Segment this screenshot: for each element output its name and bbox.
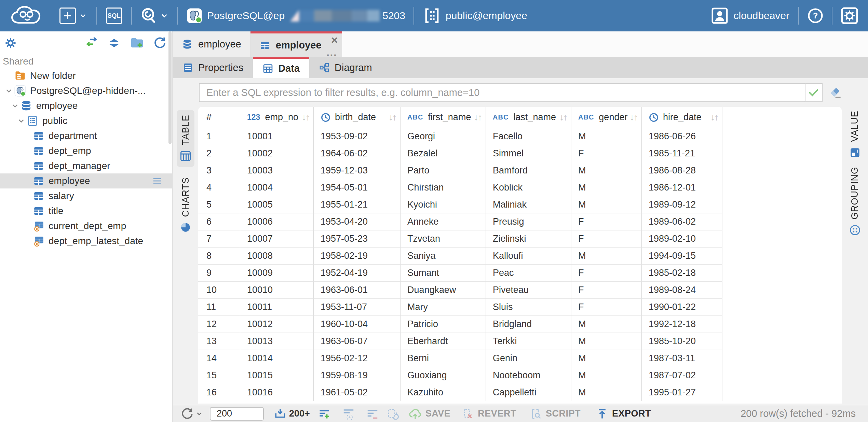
cell-first-name[interactable]: Anneke — [401, 213, 486, 230]
new-object-button[interactable] — [59, 8, 87, 24]
cell-hire-date[interactable]: 1989-02-10 — [642, 230, 722, 248]
delete-row-button[interactable] — [366, 407, 379, 420]
cell-first-name[interactable]: Kyoichi — [401, 196, 486, 213]
column-header-last_name[interactable]: ABClast_name↓↑ — [486, 107, 571, 128]
row-number-cell[interactable]: 8 — [198, 248, 240, 265]
cell-hire-date[interactable]: 1989-08-24 — [642, 282, 722, 299]
cell-last-name[interactable]: Cappelletti — [486, 384, 571, 401]
cell-first-name[interactable]: Mary — [401, 299, 486, 316]
cell-hire-date[interactable]: 1986-12-01 — [642, 179, 722, 196]
cell-emp-no[interactable]: 10015 — [240, 367, 314, 384]
tree-item[interactable]: New folder — [0, 68, 172, 83]
row-number-cell[interactable]: 3 — [198, 162, 240, 179]
chevron-down-icon[interactable] — [16, 116, 27, 125]
cell-first-name[interactable]: Sumant — [401, 265, 486, 282]
refresh-tree-button[interactable] — [153, 36, 167, 50]
row-number-cell[interactable]: 11 — [198, 299, 240, 316]
cell-first-name[interactable]: Chirstian — [401, 179, 486, 196]
cell-gender[interactable]: M — [571, 316, 642, 333]
cell-hire-date[interactable]: 1989-09-12 — [642, 196, 722, 213]
cell-gender[interactable]: F — [571, 282, 642, 299]
tree-item[interactable]: salary — [0, 188, 172, 203]
cell-last-name[interactable]: Peac — [486, 265, 571, 282]
duplicate-row-button[interactable]: (+) — [342, 407, 355, 420]
sql-editor-button[interactable]: SQL — [106, 8, 122, 24]
cell-hire-date[interactable]: 1994-09-15 — [642, 248, 722, 265]
cell-last-name[interactable]: Bamford — [486, 162, 571, 179]
cell-gender[interactable]: M — [571, 384, 642, 401]
cell-last-name[interactable]: Kalloufi — [486, 248, 571, 265]
cell-emp-no[interactable]: 10004 — [240, 179, 314, 196]
cell-gender[interactable]: M — [571, 367, 642, 384]
script-button[interactable]: SCRIPT — [530, 408, 581, 420]
cell-hire-date[interactable]: 1986-08-28 — [642, 162, 722, 179]
cell-hire-date[interactable]: 1995-01-27 — [642, 384, 722, 401]
sql-filter-input[interactable] — [199, 83, 805, 102]
cell-birth-date[interactable]: 1955-01-21 — [314, 196, 401, 213]
cell-emp-no[interactable]: 10008 — [240, 248, 314, 265]
settings-button[interactable] — [841, 7, 858, 25]
cell-gender[interactable]: M — [571, 333, 642, 350]
sidebar-scrollbar[interactable] — [168, 31, 172, 144]
cell-first-name[interactable]: Eberhardt — [401, 333, 486, 350]
tab-charts-presentation[interactable]: CHARTS — [177, 172, 194, 238]
cell-hire-date[interactable]: 1990-01-22 — [642, 299, 722, 316]
cell-emp-no[interactable]: 10006 — [240, 213, 314, 230]
cell-birth-date[interactable]: 1953-09-02 — [314, 128, 401, 145]
sort-icon[interactable]: ↓↑ — [302, 112, 313, 123]
column-header-birth_date[interactable]: birth_date↓↑ — [314, 107, 401, 128]
refresh-button[interactable] — [180, 407, 203, 421]
cell-first-name[interactable]: Georgi — [401, 128, 486, 145]
cell-gender[interactable]: F — [571, 213, 642, 230]
cell-last-name[interactable]: Genin — [486, 350, 571, 367]
cell-emp-no[interactable]: 10002 — [240, 145, 314, 162]
cell-gender[interactable]: F — [571, 265, 642, 282]
tree-item[interactable]: employee — [0, 173, 172, 188]
cell-first-name[interactable]: Parto — [401, 162, 486, 179]
cell-hire-date[interactable]: 1987-03-11 — [642, 350, 722, 367]
cell-birth-date[interactable]: 1957-05-23 — [314, 230, 401, 248]
tab-grouping-panel[interactable]: GROUPING — [849, 167, 861, 236]
cell-birth-date[interactable]: 1953-11-07 — [314, 299, 401, 316]
row-number-cell[interactable]: 12 — [198, 316, 240, 333]
cell-birth-date[interactable]: 1954-05-01 — [314, 179, 401, 196]
row-limit-input[interactable] — [210, 407, 264, 421]
tab-table-presentation[interactable]: TABLE — [177, 110, 194, 167]
tree-item[interactable]: dept_manager — [0, 158, 172, 173]
row-number-cell[interactable]: 6 — [198, 213, 240, 230]
row-number-cell[interactable]: 1 — [198, 128, 240, 145]
row-number-cell[interactable]: 9 — [198, 265, 240, 282]
cell-last-name[interactable]: Terkki — [486, 333, 571, 350]
grid-corner-header[interactable]: # — [198, 107, 240, 128]
sync-selection-button[interactable] — [85, 36, 98, 50]
cell-gender[interactable]: M — [571, 179, 642, 196]
schema-selector[interactable]: public@employee — [423, 7, 527, 25]
driver-tools-button[interactable] — [139, 6, 169, 25]
cell-birth-date[interactable]: 1959-12-03 — [314, 162, 401, 179]
cell-hire-date[interactable]: 1989-06-02 — [642, 213, 722, 230]
fetch-next-page-button[interactable] — [274, 408, 286, 420]
cell-first-name[interactable]: Kazuhito — [401, 384, 486, 401]
cell-first-name[interactable]: Saniya — [401, 248, 486, 265]
tree-item[interactable]: current_dept_emp — [0, 219, 172, 234]
cell-first-name[interactable]: Bezalel — [401, 145, 486, 162]
export-button[interactable]: EXPORT — [596, 408, 651, 420]
cell-emp-no[interactable]: 10003 — [240, 162, 314, 179]
tree-item[interactable]: public — [0, 113, 172, 128]
tab-employee-table[interactable]: employee × ... — [250, 31, 342, 57]
cell-last-name[interactable]: Facello — [486, 128, 571, 145]
cell-emp-no[interactable]: 10010 — [240, 282, 314, 299]
clear-filter-button[interactable] — [828, 86, 842, 99]
cell-hire-date[interactable]: 1986-06-26 — [642, 128, 722, 145]
cell-gender[interactable]: F — [571, 299, 642, 316]
column-header-first_name[interactable]: ABCfirst_name↓↑ — [401, 107, 486, 128]
cell-gender[interactable]: F — [571, 230, 642, 248]
cell-last-name[interactable]: Maliniak — [486, 196, 571, 213]
cell-first-name[interactable]: Duangkaew — [401, 282, 486, 299]
tab-employee-database[interactable]: employee — [173, 31, 250, 57]
new-folder-button[interactable] — [130, 36, 144, 50]
item-menu-icon[interactable] — [152, 176, 163, 186]
cell-birth-date[interactable]: 1952-04-19 — [314, 265, 401, 282]
user-menu[interactable]: cloudbeaver — [711, 7, 789, 24]
cell-birth-date[interactable]: 1963-06-01 — [314, 282, 401, 299]
